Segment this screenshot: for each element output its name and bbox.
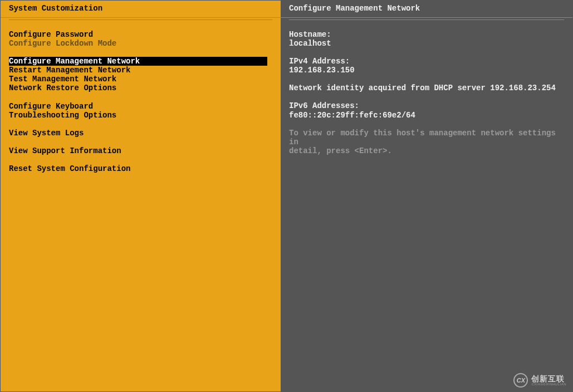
help-text: To view or modify this host's management…	[289, 129, 564, 155]
watermark-icon: CX	[513, 373, 528, 388]
watermark-text: 创新互联 CXIANGXINHULIAN	[531, 375, 566, 386]
ipv6-value: fe80::20c:29ff:fefc:69e2/64	[289, 111, 564, 120]
menu-group-network: Configure Management Network Restart Man…	[9, 57, 272, 92]
ipv4-label: IPv4 Address:	[289, 57, 564, 66]
menu-group-keyboard: Configure Keyboard Troubleshooting Optio…	[9, 102, 272, 120]
menu-group-reset: Reset System Configuration	[9, 164, 272, 173]
menu-view-support-information[interactable]: View Support Information	[9, 146, 272, 155]
ipv4-value: 192.168.23.150	[289, 66, 564, 75]
menu-restart-management-network[interactable]: Restart Management Network	[9, 66, 272, 75]
watermark: CX 创新互联 CXIANGXINHULIAN	[513, 373, 566, 388]
menu-group-support: View Support Information	[9, 146, 272, 155]
watermark-sub: CXIANGXINHULIAN	[531, 383, 566, 386]
ipv6-label: IPv6 Addresses:	[289, 101, 564, 110]
menu-test-management-network[interactable]: Test Management Network	[9, 75, 272, 84]
help-line-2: detail, press <Enter>.	[289, 146, 564, 155]
menu: Configure Password Configure Lockdown Mo…	[1, 30, 281, 173]
watermark-main: 创新互联	[531, 375, 566, 383]
menu-configure-lockdown-mode[interactable]: Configure Lockdown Mode	[9, 39, 272, 48]
hostname-value: localhost	[289, 39, 564, 48]
menu-group-password: Configure Password Configure Lockdown Mo…	[9, 30, 272, 48]
left-panel-title: System Customization	[1, 1, 281, 18]
left-panel: System Customization Configure Password …	[1, 1, 281, 391]
help-line-1: To view or modify this host's management…	[289, 129, 564, 146]
menu-configure-management-network[interactable]: Configure Management Network	[9, 57, 267, 66]
ipv4-block: IPv4 Address: 192.168.23.150	[289, 57, 564, 75]
menu-configure-password[interactable]: Configure Password	[9, 30, 272, 39]
dhcp-text: Network identity acquired from DHCP serv…	[289, 84, 564, 92]
menu-network-restore-options[interactable]: Network Restore Options	[9, 84, 272, 92]
right-panel: Configure Management Network Hostname: l…	[281, 1, 572, 391]
right-divider	[289, 19, 564, 20]
right-panel-title: Configure Management Network	[281, 1, 572, 18]
ipv6-block: IPv6 Addresses: fe80::20c:29ff:fefc:69e2…	[289, 101, 564, 119]
hostname-label: Hostname:	[289, 30, 564, 39]
menu-group-logs: View System Logs	[9, 129, 272, 138]
dhcp-block: Network identity acquired from DHCP serv…	[289, 84, 564, 92]
right-content: Hostname: localhost IPv4 Address: 192.16…	[281, 30, 572, 155]
menu-troubleshooting-options[interactable]: Troubleshooting Options	[9, 111, 272, 120]
menu-reset-system-configuration[interactable]: Reset System Configuration	[9, 164, 272, 173]
left-divider	[9, 19, 272, 20]
hostname-block: Hostname: localhost	[289, 30, 564, 48]
menu-view-system-logs[interactable]: View System Logs	[9, 129, 272, 138]
menu-configure-keyboard[interactable]: Configure Keyboard	[9, 102, 272, 111]
